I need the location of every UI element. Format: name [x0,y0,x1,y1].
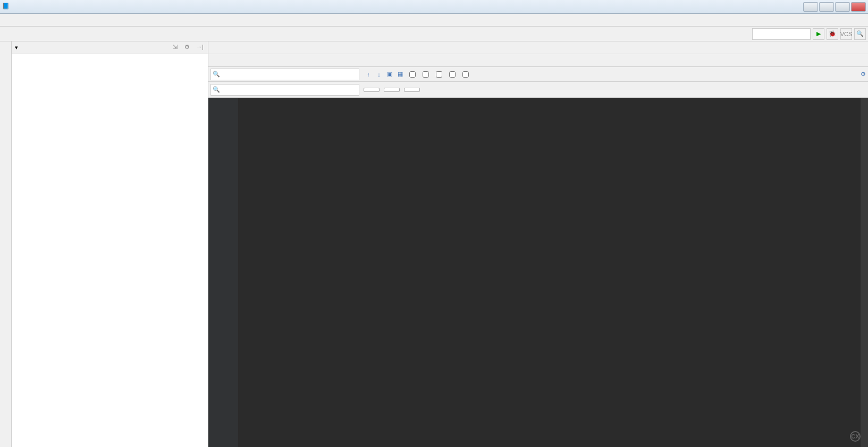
search-input[interactable] [210,69,359,80]
exclude-button[interactable] [404,88,420,92]
find-bar: ↑ ↓ ▣ ▦ ⚙ [208,67,868,82]
left-tool-tabs [0,41,12,447]
structure-tool-tab[interactable] [5,58,7,63]
debug-button[interactable]: 🐞 [827,28,838,40]
words-checkbox[interactable] [436,71,444,78]
project-tree[interactable] [12,54,208,447]
collapse-icon[interactable]: ⇲ [173,44,181,52]
replace-bar [208,82,868,98]
replace-input[interactable] [210,84,359,96]
replace-button[interactable] [364,88,380,92]
run-config-combo[interactable] [752,28,811,40]
maximize-button[interactable] [835,2,850,12]
watermark: CX [850,431,863,442]
code-editor[interactable] [208,98,868,447]
project-combo[interactable]: ▾ [15,44,18,51]
next-match-icon[interactable]: ↓ [374,70,384,79]
dropdown-button[interactable] [803,2,818,12]
prev-match-icon[interactable]: ↑ [364,70,373,79]
menu-bar [0,14,868,27]
vertical-scrollbar[interactable] [861,98,868,447]
multi-icon[interactable]: ▦ [395,70,405,79]
editor-panel: ↑ ↓ ▣ ▦ ⚙ [208,41,868,447]
hide-icon[interactable]: →| [196,44,205,52]
editor-tabs-row2 [208,54,868,67]
gear-icon[interactable]: ⚙ [184,44,193,52]
vcs-button[interactable]: VCS [840,28,852,40]
title-bar: 📘 [0,0,868,14]
find-settings-icon[interactable]: ⚙ [861,71,866,78]
preserve-case-checkbox[interactable] [449,71,457,78]
project-panel: ▾ ⇲ ⚙ →| [12,41,208,447]
in-selection-checkbox[interactable] [462,71,470,78]
export-icon[interactable]: ▣ [385,70,394,79]
run-button[interactable]: ▶ [813,28,824,40]
app-icon: 📘 [2,3,11,11]
project-tool-tab[interactable] [5,44,7,48]
breadcrumb-bar: ▶ 🐞 VCS 🔍 [0,27,868,41]
replace-all-button[interactable] [384,88,400,92]
editor-tabs-row1 [208,41,868,54]
regex-checkbox[interactable] [423,71,431,78]
close-button[interactable] [851,2,866,12]
search-button[interactable]: 🔍 [854,28,866,40]
minimize-button[interactable] [819,2,834,12]
match-case-checkbox[interactable] [409,71,417,78]
